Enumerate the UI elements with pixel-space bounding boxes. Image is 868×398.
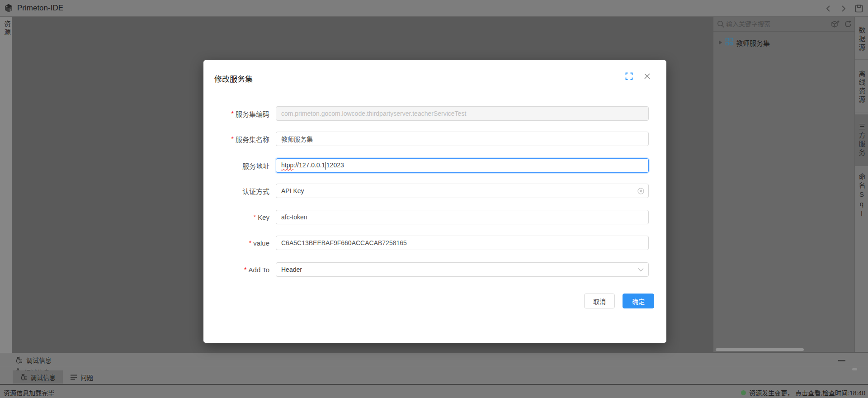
third-party-service-panel: 教师服务集 xyxy=(713,17,854,352)
add-to-select[interactable]: Header xyxy=(276,262,649,277)
field-label-key: *Key xyxy=(254,210,269,224)
title-bar: Primeton-IDE xyxy=(0,0,868,17)
key-input[interactable] xyxy=(276,210,649,224)
service-set-icon xyxy=(725,38,733,47)
rail-tab-offline-resources[interactable]: 离线资源 xyxy=(855,64,868,111)
field-label-service-set-name: *服务集名称 xyxy=(231,132,269,146)
rail-tab-third-party-services[interactable]: 三方服务 xyxy=(855,114,868,166)
field-label-value: *value xyxy=(249,236,269,250)
minimize-panel-icon[interactable] xyxy=(838,357,847,364)
clear-icon[interactable] xyxy=(637,187,644,194)
search-icon xyxy=(717,20,725,30)
field-label-add-to: *Add To xyxy=(244,262,269,277)
fullscreen-icon[interactable] xyxy=(625,72,633,80)
field-label-auth-method: 认证方式 xyxy=(242,184,269,198)
tab-debug-info[interactable]: 调试信息 xyxy=(13,370,63,384)
tab-problems[interactable]: 问题 xyxy=(63,370,100,384)
right-rail: 数据源 离线资源 三方服务 命名Sql xyxy=(854,17,868,352)
service-set-name-input[interactable] xyxy=(276,132,649,146)
rail-tab-datasource[interactable]: 数据源 xyxy=(855,21,868,57)
bug-icon xyxy=(20,374,27,381)
list-icon xyxy=(70,374,77,380)
confirm-button[interactable]: 确定 xyxy=(623,294,654,308)
add-service-set-icon[interactable] xyxy=(831,20,840,30)
app-title: Primeton-IDE xyxy=(17,4,63,13)
auth-method-select[interactable]: API Key xyxy=(276,184,649,198)
cancel-button[interactable]: 取消 xyxy=(584,294,615,308)
save-icon[interactable] xyxy=(854,4,863,13)
horizontal-scrollbar-thumb[interactable] xyxy=(716,348,804,351)
close-icon[interactable] xyxy=(643,72,651,80)
tree-item-label: 教师服务集 xyxy=(736,38,770,47)
nav-forward-icon[interactable] xyxy=(839,4,848,13)
dialog-title: 修改服务集 xyxy=(214,73,253,84)
bug-icon xyxy=(15,356,23,364)
left-rail: 资源 xyxy=(0,17,12,353)
app-logo-icon xyxy=(4,3,14,13)
panel-search-row xyxy=(713,17,855,32)
expand-caret-icon[interactable] xyxy=(719,40,722,45)
field-label-service-address: 服务地址 xyxy=(242,158,269,173)
rail-tab-named-sql[interactable]: 命名Sql xyxy=(855,172,868,219)
misspelled-text: htpp xyxy=(281,161,293,169)
value-input[interactable] xyxy=(276,236,649,250)
sidebar-tab-resources[interactable]: 资源 xyxy=(0,20,12,37)
service-set-code-input[interactable] xyxy=(276,106,649,121)
refresh-icon[interactable] xyxy=(844,20,852,30)
chevron-down-icon[interactable] xyxy=(637,266,644,273)
tree-item-teacher-service-set[interactable]: 教师服务集 xyxy=(713,37,855,48)
bottom-panel-tabs: 调试信息 问题 xyxy=(0,370,868,384)
field-label-service-set-code: *服务集编码 xyxy=(231,106,269,121)
edit-service-set-dialog: 修改服务集 *服务集编码 *服务集名称 服务地址 htpp://127.0.0.… xyxy=(203,60,666,343)
bottom-panel: 调试信息 调试信息 调试信息 问题 xyxy=(0,353,868,384)
nav-back-icon[interactable] xyxy=(824,4,833,13)
debug-info-title: 调试信息 xyxy=(26,355,52,365)
status-bar: 资源信息加载完毕 资源发生变更， 点击查看,检查时间:18:40 xyxy=(0,384,868,398)
debug-info-header: 调试信息 xyxy=(0,353,868,367)
resource-change-notice[interactable]: 资源发生变更， 点击查看,检查时间:18:40 xyxy=(741,388,865,397)
status-message: 资源信息加载完毕 xyxy=(4,388,54,397)
service-address-input[interactable]: htpp://127.0.0.112023 xyxy=(276,158,649,173)
status-dot-icon xyxy=(741,390,746,395)
